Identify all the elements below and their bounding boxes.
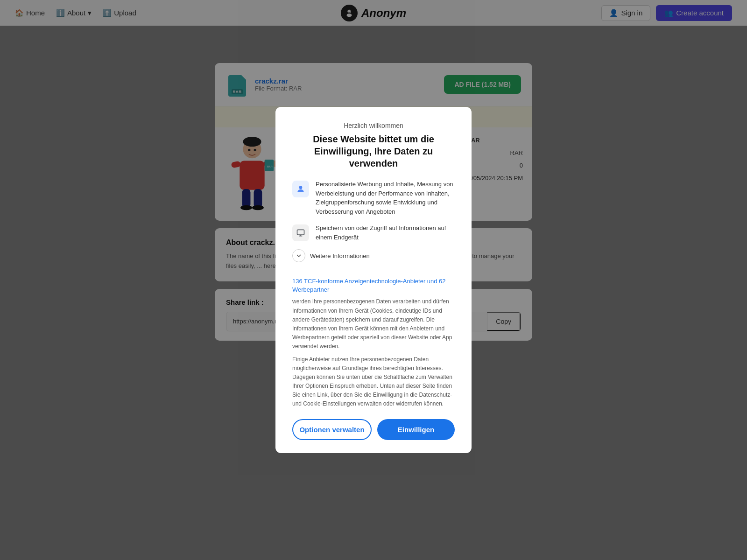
modal-item2-text: Speichern von oder Zugriff auf Informati… — [316, 224, 455, 242]
tcf-partners-link[interactable]: 136 TCF-konforme Anzeigentechnologie-Anb… — [292, 278, 446, 293]
expand-more-button[interactable] — [292, 249, 305, 262]
modal-item-2: Speichern von oder Zugriff auf Informati… — [292, 224, 455, 242]
person-data-icon — [292, 181, 309, 197]
modal-more-row: Weitere Informationen — [292, 249, 455, 262]
device-icon — [292, 224, 309, 241]
svg-rect-19 — [297, 230, 304, 235]
svg-point-18 — [299, 186, 303, 189]
modal-overlay: Herzlich willkommen Diese Website bittet… — [0, 0, 747, 560]
manage-options-button[interactable]: Optionen verwalten — [292, 419, 372, 440]
modal-divider — [292, 270, 455, 270]
modal-title: Diese Website bittet um die Einwilligung… — [292, 133, 455, 169]
chevron-down-icon — [296, 253, 302, 259]
modal-item-1: Personalisierte Werbung und Inhalte, Mes… — [292, 180, 455, 216]
accept-button[interactable]: Einwilligen — [377, 419, 455, 440]
modal-item1-text: Personalisierte Werbung und Inhalte, Mes… — [316, 180, 455, 216]
modal-body-text1: werden Ihre personenbezogenen Daten vera… — [292, 297, 455, 351]
more-info-label: Weitere Informationen — [310, 252, 370, 259]
modal-body-text2: Einige Anbieter nutzen Ihre personenbezo… — [292, 355, 455, 409]
modal-subtitle: Herzlich willkommen — [292, 122, 455, 129]
modal-actions: Optionen verwalten Einwilligen — [292, 419, 455, 440]
consent-modal: Herzlich willkommen Diese Website bittet… — [275, 107, 472, 453]
